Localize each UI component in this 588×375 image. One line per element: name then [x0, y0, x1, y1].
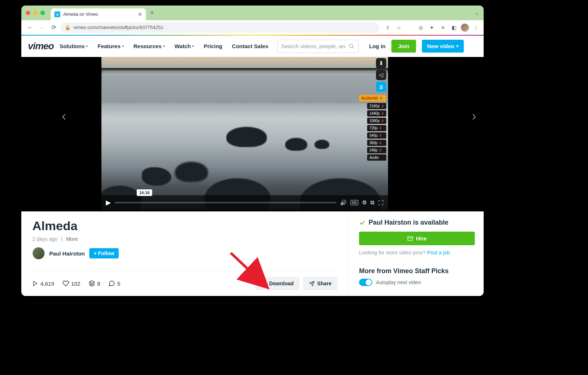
join-button[interactable]: Join — [391, 40, 416, 53]
login-link[interactable]: Log in — [369, 43, 386, 49]
download-ext-icon[interactable]: ⬇ — [376, 58, 386, 68]
back-button[interactable]: ← — [25, 22, 35, 33]
author-name[interactable]: Paul Hairston — [49, 250, 85, 257]
autoplay-row: Autoplay next video — [359, 279, 475, 286]
autoplay-label: Autoplay next video — [376, 279, 421, 285]
layers-icon — [89, 280, 95, 287]
quality-1080p[interactable]: 1080p⬇ — [367, 118, 386, 124]
nav-contact-sales[interactable]: Contact Sales — [232, 43, 268, 49]
availability-row: Paul Hairston is available — [359, 219, 475, 226]
close-window-icon[interactable] — [26, 11, 30, 15]
download-button[interactable]: Download — [255, 277, 300, 290]
autoplay-toggle[interactable] — [359, 279, 372, 286]
window-controls — [26, 11, 45, 15]
minimize-window-icon[interactable] — [33, 11, 37, 15]
timeline-scrubber[interactable]: 14:16 — [115, 202, 336, 203]
chevron-down-icon: ▾ — [456, 44, 459, 49]
plays-stat[interactable]: 4,619 — [32, 281, 54, 287]
send-icon — [309, 281, 315, 286]
search-input[interactable]: Search videos, people, and more — [277, 40, 359, 53]
maximize-window-icon[interactable] — [40, 11, 45, 15]
nav-watch[interactable]: Watch▾ — [175, 43, 194, 49]
author-avatar[interactable] — [32, 247, 45, 260]
url-input[interactable]: 🔒 vimeo.com/channels/staffpicks/83775425… — [60, 22, 379, 33]
svg-point-0 — [349, 44, 353, 47]
vimeo-logo[interactable]: vimeo — [28, 40, 54, 52]
check-icon — [359, 219, 366, 226]
follow-button[interactable]: + Follow — [89, 248, 119, 258]
heart-icon — [62, 280, 69, 287]
quality-1440p[interactable]: 1440p⬇ — [367, 110, 386, 117]
share-button[interactable]: Share — [303, 277, 337, 290]
bookmark-icon[interactable]: ☆ — [395, 24, 403, 32]
vimeo-header: vimeo Solutions▾ Features▾ Resources▾ Wa… — [21, 36, 484, 57]
play-button[interactable]: ▶ — [106, 199, 111, 207]
share-icon[interactable]: ⇧ — [384, 24, 392, 32]
player-controls: ▶ 14:16 🔊 CC ⚙ ⧉ ⛶ — [101, 195, 388, 210]
quality-badge[interactable]: 4k/2k/HD — [359, 95, 386, 101]
search-placeholder: Search videos, people, and more — [281, 43, 345, 49]
comments-stat[interactable]: 5 — [108, 280, 120, 287]
looking-text: Looking for more video pros? Post a job — [359, 250, 475, 256]
tab-title: Almeda on Vimeo — [63, 12, 98, 17]
next-video-button[interactable]: › — [472, 108, 476, 124]
extension-instagram-icon[interactable]: ◎ — [417, 24, 425, 32]
svg-marker-2 — [33, 281, 37, 286]
quality-720p[interactable]: 720p⬇ — [367, 125, 386, 131]
video-age: 2 days ago — [32, 236, 58, 242]
nav-features[interactable]: Features▾ — [97, 43, 124, 49]
new-video-button[interactable]: New video▾ — [422, 40, 464, 53]
quality-list: 2160p⬇ 1440p⬇ 1080p⬇ 720p⬇ 540p⬇ 360p⬇ 2… — [367, 103, 386, 161]
more-link[interactable]: More — [66, 236, 78, 242]
new-tab-button[interactable]: + — [150, 9, 154, 17]
video-meta: 2 days ago | More — [32, 236, 337, 242]
tabs-menu-icon[interactable]: ⌄ — [475, 10, 479, 16]
sound-icon — [380, 96, 384, 100]
video-player[interactable]: ⬇ ◁ S 4k/2k/HD 2160p⬇ 1440p⬇ 1080p⬇ 720p… — [101, 57, 388, 210]
profile-avatar[interactable] — [461, 24, 469, 32]
cc-icon[interactable]: CC — [351, 200, 358, 205]
nav-resources[interactable]: Resources▾ — [133, 43, 165, 49]
playlist-icon[interactable]: ≡ — [439, 24, 447, 32]
likes-stat[interactable]: 102 — [62, 280, 80, 287]
lock-icon: 🔒 — [65, 25, 71, 30]
extensions-icon[interactable]: ✦ — [428, 24, 436, 32]
reload-button[interactable]: ⟳ — [49, 22, 59, 33]
main-column: Almeda 2 days ago | More Paul Hairston +… — [21, 211, 348, 296]
send-ext-icon[interactable]: ◁ — [376, 70, 386, 80]
quality-540p[interactable]: 540p⬇ — [367, 132, 386, 139]
download-icon — [261, 281, 266, 286]
collections-stat[interactable]: 8 — [89, 280, 100, 287]
quality-360p[interactable]: 360p⬇ — [367, 140, 386, 146]
more-from-heading: More from Vimeo Staff Picks — [359, 267, 475, 275]
nav-pricing[interactable]: Pricing — [204, 43, 222, 49]
s-ext-icon[interactable]: S — [376, 82, 386, 92]
vimeo-favicon-icon: v — [54, 11, 60, 17]
fullscreen-icon[interactable]: ⛶ — [378, 200, 384, 206]
quality-2160p[interactable]: 2160p⬇ — [367, 103, 386, 109]
play-icon — [32, 281, 38, 286]
browser-tab[interactable]: v Almeda on Vimeo ✕ — [51, 8, 146, 20]
hire-button[interactable]: Hire — [359, 232, 475, 245]
mail-icon — [407, 236, 413, 242]
quality-240p[interactable]: 240p⬇ — [367, 147, 386, 153]
video-title: Almeda — [32, 219, 337, 233]
extension-opera-icon[interactable] — [406, 24, 414, 32]
menu-icon[interactable]: ⋮ — [472, 24, 480, 32]
quality-audio[interactable]: Audio — [367, 154, 386, 161]
sidepanel-icon[interactable]: ◧ — [450, 24, 458, 32]
prev-video-button[interactable]: ‹ — [62, 108, 66, 124]
player-area: ‹ › ⬇ ◁ S 4k/2k/HD 2160p⬇ 1440p⬇ 1080p⬇ — [21, 57, 484, 211]
volume-icon[interactable]: 🔊 — [340, 199, 347, 206]
nav-solutions[interactable]: Solutions▾ — [60, 43, 88, 49]
forward-button[interactable]: → — [37, 22, 47, 33]
svg-line-1 — [352, 47, 354, 48]
comment-icon — [108, 280, 115, 287]
close-tab-icon[interactable]: ✕ — [138, 11, 142, 17]
post-job-link[interactable]: Post a job — [427, 250, 450, 256]
time-tooltip: 14:16 — [137, 189, 152, 196]
pip-icon[interactable]: ⧉ — [370, 199, 374, 206]
sidebar: Paul Hairston is available Hire Looking … — [348, 211, 484, 296]
settings-icon[interactable]: ⚙ — [362, 199, 367, 206]
browser-address-bar: ← → ⟳ 🔒 vimeo.com/channels/staffpicks/83… — [21, 20, 484, 35]
